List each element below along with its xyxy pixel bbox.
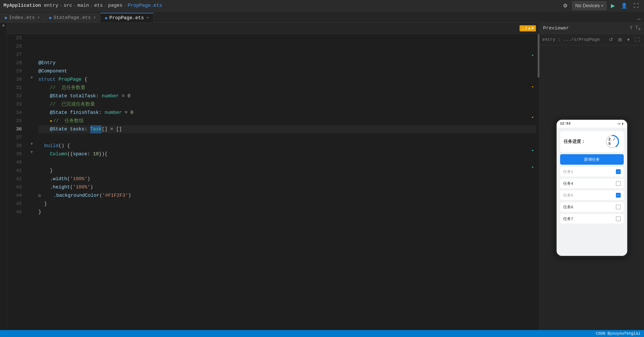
code-line-35: ● // 任务数组 xyxy=(38,117,536,125)
kw-build: build xyxy=(44,142,58,150)
previewer-more[interactable]: T xyxy=(630,26,633,31)
preview-layout-icon[interactable]: ⊞ xyxy=(616,36,624,43)
app-info: MyApplication entry › src › main › ets ›… xyxy=(4,3,162,8)
add-task-button[interactable]: 新增任务 xyxy=(560,154,624,165)
num-32: 0 xyxy=(128,92,130,100)
previewer-toolbar: entry : .../s/PropPage ↺ ⊞ ▾ ⛶ xyxy=(540,34,644,45)
previewer-panel: Previewer T Ta entry : .../s/PropPage ↺ … xyxy=(540,23,644,330)
num-34: 0 xyxy=(130,109,134,117)
task-label-4: 任务4 xyxy=(563,181,574,186)
code-line-26 xyxy=(38,42,536,51)
indent-33 xyxy=(38,100,50,109)
preview-expand-icon[interactable]: ⛶ xyxy=(633,36,642,43)
cparen-42: ) xyxy=(87,175,90,183)
breadcrumb: entry › src › main › ets › pages › PropP… xyxy=(44,3,162,8)
indent-42 xyxy=(38,175,50,183)
breadcrumb-file: PropPage.ets xyxy=(128,3,162,8)
warning-chevron-up[interactable]: ▲ xyxy=(528,26,530,31)
code-line-36: @State tasks : Task [] = [] xyxy=(38,125,536,134)
plain-space xyxy=(56,76,58,84)
state-32: @State xyxy=(50,92,67,100)
profile-icon[interactable]: 👤 xyxy=(619,2,629,10)
tab-close-proppage[interactable]: × xyxy=(146,16,149,20)
code-line-43: .height ( '100%' ) xyxy=(38,183,536,191)
code-line-40 xyxy=(38,158,536,167)
no-devices-label: No Devices xyxy=(575,3,600,9)
tab-label-proppage: PropPage.ets xyxy=(110,15,144,21)
indent-32 xyxy=(38,92,50,100)
line-num-39: 39 xyxy=(7,150,24,158)
task-checkbox-1[interactable] xyxy=(616,169,621,174)
previewer-font-icon[interactable]: Ta xyxy=(635,25,640,32)
type-proppage: PropPage xyxy=(58,76,82,84)
prop-finishtask: finishTask xyxy=(70,109,99,117)
scroll-thumb[interactable] xyxy=(538,34,540,78)
tab-label-index: Index.ets xyxy=(9,15,35,21)
settings-icon[interactable]: ⚙ xyxy=(561,2,570,10)
line-num-37: 37 xyxy=(7,134,24,142)
str-42: '100%' xyxy=(70,175,87,183)
line-num-30: 30 xyxy=(7,76,24,84)
warning-badge[interactable]: ⚠ 2 ▲ ▼ xyxy=(520,25,536,32)
right-margin xyxy=(532,34,533,330)
fold-icon-39[interactable]: ▼ xyxy=(30,150,33,154)
fold-column: ▼ ▼ ▼ xyxy=(24,34,35,330)
line-num-32: 32 xyxy=(7,92,24,100)
line-num-35: 35 xyxy=(7,117,24,125)
tab-close-statepage[interactable]: × xyxy=(94,16,96,20)
previewer-header: Previewer T Ta xyxy=(540,23,644,34)
preview-path: entry : .../s/PropPage xyxy=(542,37,606,42)
no-devices-button[interactable]: No Devices ▾ xyxy=(572,1,606,10)
code-editor[interactable]: @Entry @Component struct PropPage { // 总 xyxy=(35,34,536,330)
sidebar-indicator xyxy=(2,25,4,27)
task-item-4: 任务4 xyxy=(560,179,624,188)
margin-mark-2 xyxy=(532,86,533,87)
space-prop: space xyxy=(73,150,87,158)
indent-39 xyxy=(38,150,50,158)
fold-icon-38[interactable]: ▼ xyxy=(30,142,33,146)
line-num-44: 44 xyxy=(7,191,24,200)
state-34: @State xyxy=(50,109,67,117)
task-checkbox-5[interactable] xyxy=(616,193,621,198)
previewer-content: 12:53 ◁▷ ▮ 任务进度： xyxy=(540,45,644,330)
eq-34: = xyxy=(122,109,130,117)
task-item-5: 任务5 xyxy=(560,190,624,200)
tab-statepage[interactable]: ◈ StatePage.ets × xyxy=(44,13,100,23)
phone-status-icons: ◁▷ ▮ xyxy=(617,122,624,125)
line-num-41: 41 xyxy=(7,167,24,175)
code-line-25 xyxy=(38,34,536,42)
margin-mark-1 xyxy=(532,55,533,56)
build-paren: () { xyxy=(58,142,70,150)
preview-chevron-icon[interactable]: ▾ xyxy=(626,36,631,43)
breadcrumb-src: src xyxy=(64,3,72,8)
tab-close-index[interactable]: × xyxy=(38,16,40,20)
eq-32: = xyxy=(119,92,128,100)
code-line-33: // 已完成任务数量 xyxy=(38,100,536,109)
phone-signal-icon: ◁▷ xyxy=(617,122,621,125)
str-43: '100%' xyxy=(73,183,90,191)
task-checkbox-4[interactable] xyxy=(616,181,621,186)
code-line-28: @Entry xyxy=(38,59,536,67)
tab-overflow-button[interactable]: ⋯ xyxy=(634,16,644,23)
fold-icon-30[interactable]: ▼ xyxy=(30,76,33,80)
chevron-down-icon: ▾ xyxy=(601,3,603,8)
tab-index[interactable]: ◈ Index.ets × xyxy=(0,13,44,23)
code-line-29: @Component xyxy=(38,67,536,76)
line-num-25: 25 xyxy=(7,34,24,42)
tab-proppage[interactable]: ◈ PropPage.ets × xyxy=(100,13,154,23)
task-checkbox-6[interactable] xyxy=(616,205,621,209)
task-checkbox-7[interactable] xyxy=(616,216,621,221)
expand-icon[interactable]: ⛶ xyxy=(632,2,640,10)
indent-31 xyxy=(38,84,50,92)
preview-refresh-icon[interactable]: ↺ xyxy=(607,36,614,43)
indent-44 xyxy=(42,191,54,200)
phone-status-bar: 12:53 ◁▷ ▮ xyxy=(556,120,627,128)
editor-scroll-area[interactable]: 25 26 27 28 29 30 31 32 33 34 35 36 37 3… xyxy=(7,34,540,330)
task-item-7: 任务7 xyxy=(560,214,624,224)
line-num-36: 36 xyxy=(7,125,24,134)
line-num-46: 46 xyxy=(7,208,24,216)
vertical-scrollbar[interactable] xyxy=(536,34,540,330)
warning-chevron-down[interactable]: ▼ xyxy=(531,26,534,31)
run-icon[interactable]: ▶ xyxy=(609,2,616,10)
app-title: MyApplication xyxy=(4,3,41,8)
